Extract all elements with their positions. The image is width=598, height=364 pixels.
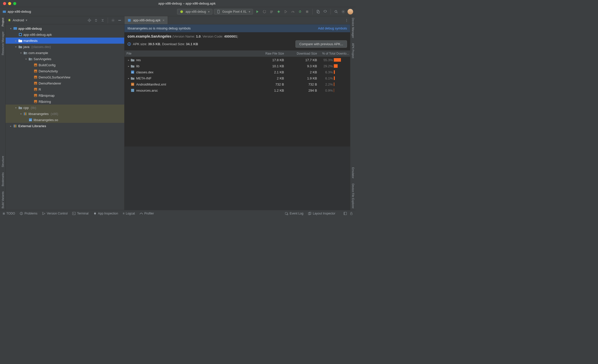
tree-row[interactable]: ▾java(classes.dex)	[6, 44, 124, 50]
status-layout-inspector[interactable]: Layout Inspector	[308, 212, 335, 215]
svg-rect-50	[26, 112, 27, 115]
col-percent[interactable]: % of Total Downlo...	[320, 52, 350, 55]
tree-row[interactable]: ▸R$string	[6, 98, 124, 105]
run-button[interactable]	[255, 9, 260, 14]
search-icon[interactable]	[333, 9, 339, 14]
attach-debugger-icon[interactable]	[297, 9, 303, 14]
chevron-down-icon[interactable]: ▾	[19, 112, 22, 115]
tree-row[interactable]: ▸External Libraries	[6, 123, 124, 129]
status-problems[interactable]: Problems	[20, 212, 37, 215]
status-todo[interactable]: ≣ TODO	[3, 212, 15, 215]
status-profiler[interactable]: Profiler	[139, 212, 154, 215]
status-lock-icon[interactable]	[350, 212, 353, 215]
chevron-down-icon[interactable]: ▾	[9, 27, 12, 30]
locate-icon[interactable]	[87, 18, 92, 23]
tree-row[interactable]: ▾com.example	[6, 50, 124, 56]
user-avatar[interactable]	[348, 9, 353, 14]
status-app-inspection[interactable]: App Inspection	[93, 212, 118, 215]
tree-row[interactable]: ▸DemoRenderer	[6, 80, 124, 86]
download-size: 9.3 KB	[287, 64, 320, 68]
settings-icon[interactable]	[340, 9, 346, 14]
tree-row[interactable]: ▾libsanangeles(x86)	[6, 111, 124, 117]
gutter-apk-project[interactable]: APK Project	[352, 43, 355, 58]
project-tree[interactable]: ▾app-x86-debug▸app-x86-debug.apk▸manifes…	[6, 24, 124, 210]
tree-row[interactable]: ▸DemoGLSurfaceView	[6, 74, 124, 80]
tree-row[interactable]: ▸R$mipmap	[6, 92, 124, 98]
gutter-resource-manager[interactable]: Resource Manager	[1, 31, 4, 55]
tab-more-icon[interactable]: ⋮	[343, 16, 350, 24]
col-download[interactable]: Download Size	[287, 52, 320, 55]
tree-row[interactable]: ▸BuildConfig	[6, 62, 124, 68]
file-row[interactable]: <>AndroidManifest.xml732 B732 B2.2%	[124, 81, 350, 87]
sdk-manager-icon[interactable]	[322, 9, 328, 14]
window-title: app-x86-debug – app-x86-debug.apk	[21, 2, 353, 5]
stop-button[interactable]	[304, 9, 310, 14]
chevron-down-icon[interactable]: ▾	[19, 52, 22, 54]
close-window-icon[interactable]	[3, 2, 6, 5]
percent-bar	[334, 58, 341, 62]
debug-button[interactable]	[276, 9, 281, 14]
run-config-selector[interactable]: app-x86-debug ▾	[177, 9, 212, 14]
file-row[interactable]: ▸META-INF2 KB1.9 KB6.1%	[124, 75, 350, 81]
status-vcs[interactable]: Version Control	[42, 212, 68, 215]
device-selector[interactable]: Google Pixel 4 XL ▾	[214, 9, 253, 14]
gutter-emulator[interactable]: Emulator	[352, 167, 355, 178]
project-pane-header: Android ▾	[6, 16, 124, 24]
chevron-right-icon[interactable]: ▸	[127, 65, 131, 68]
file-row[interactable]: 01classes.dex2.1 KB2 KB6.3%	[124, 69, 350, 75]
expand-all-icon[interactable]	[93, 18, 99, 23]
tree-row[interactable]: ▾cpp(lib)	[6, 105, 124, 111]
chevron-right-icon[interactable]: ▸	[9, 125, 12, 127]
file-table-body[interactable]: ▸res17.8 KB17.7 KB55.3%▸lib10.1 KB9.3 KB…	[124, 57, 350, 146]
chevron-right-icon[interactable]: ▸	[127, 59, 131, 61]
tree-row[interactable]: ▸R	[6, 86, 124, 92]
device-manager-icon[interactable]	[315, 9, 321, 14]
gutter-bookmarks[interactable]: Bookmarks	[1, 172, 4, 186]
col-file[interactable]: File	[124, 52, 254, 55]
chevron-down-icon[interactable]: ▾	[14, 106, 17, 109]
main-toolbar: app-x86-debug app-x86-debug ▾ Google Pix…	[0, 7, 356, 16]
coverage-icon[interactable]	[283, 9, 289, 14]
tree-row[interactable]: ▸01libsanangeles.so	[6, 117, 124, 123]
chevron-right-icon[interactable]: ▸	[127, 77, 131, 80]
file-row[interactable]: ▸res17.8 KB17.7 KB55.3%	[124, 57, 350, 63]
file-row[interactable]: ▸lib10.1 KB9.3 KB29.2%	[124, 63, 350, 69]
status-event-log[interactable]: Event Log	[285, 212, 303, 215]
gutter-build-variants[interactable]: Build Variants	[1, 191, 4, 208]
tree-row[interactable]: ▸DemoActivity	[6, 68, 124, 74]
compare-apk-button[interactable]: Compare with previous APK...	[295, 40, 347, 48]
maximize-window-icon[interactable]	[13, 2, 16, 5]
collapse-all-icon[interactable]	[100, 18, 105, 23]
chevron-down-icon[interactable]: ▾	[14, 45, 17, 48]
banner-link[interactable]: Add debug symbols	[318, 26, 347, 30]
chevron-down-icon[interactable]: ▾	[24, 58, 27, 60]
project-view-selector[interactable]: Android ▾	[13, 18, 27, 22]
pane-settings-icon[interactable]	[111, 18, 116, 23]
gutter-structure[interactable]: Structure	[1, 156, 4, 167]
file-row[interactable]: resources.arsc1.2 KB294 B0.9%	[124, 87, 350, 93]
status-ide-icon[interactable]	[343, 212, 347, 215]
editor-tab[interactable]: app-x86-debug.apk ×	[124, 16, 168, 24]
gutter-device-file-explorer[interactable]: Device File Explorer	[352, 184, 355, 208]
hide-pane-icon[interactable]	[117, 18, 122, 23]
col-raw[interactable]: Raw File Size	[254, 52, 287, 55]
chevron-right-icon[interactable]: ▸	[14, 39, 17, 42]
tree-row[interactable]: ▸manifests	[6, 38, 124, 44]
tab-close-icon[interactable]: ×	[163, 18, 165, 22]
gutter-device-manager[interactable]: Device Manager	[352, 18, 355, 38]
status-logcat[interactable]: ≡ Logcat	[123, 212, 135, 215]
device-icon	[217, 10, 220, 13]
status-terminal[interactable]: Terminal	[72, 212, 88, 215]
tree-row[interactable]: ▸app-x86-debug.apk	[6, 31, 124, 38]
profiler-icon[interactable]	[290, 9, 296, 14]
tree-row[interactable]: ▾SanAngeles	[6, 56, 124, 62]
lib-icon	[23, 112, 27, 116]
breadcrumb[interactable]: app-x86-debug	[3, 10, 31, 13]
tree-row[interactable]: ▾app-x86-debug	[6, 25, 124, 31]
apply-changes-icon[interactable]	[262, 9, 267, 14]
download-size: 17.7 KB	[287, 58, 320, 62]
gutter-project[interactable]: Project	[1, 18, 4, 26]
minimize-window-icon[interactable]	[8, 2, 11, 5]
svg-point-65	[42, 212, 43, 213]
apply-code-changes-icon[interactable]	[269, 9, 274, 14]
